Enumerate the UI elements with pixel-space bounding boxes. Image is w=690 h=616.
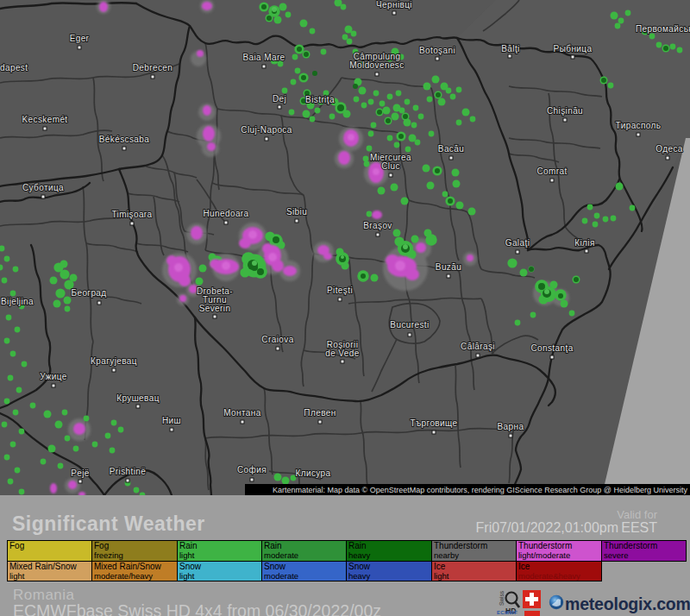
svg-text:Bijeljina: Bijeljina [1, 297, 34, 306]
svg-text:Ниш: Ниш [162, 416, 181, 425]
svg-text:Bistriţa: Bistriţa [305, 95, 335, 104]
svg-text:Pejë: Pejë [71, 468, 90, 478]
svg-text:Prishtinë: Prishtinë [110, 467, 147, 476]
svg-text:Варна: Варна [498, 422, 524, 431]
svg-text:Hunedoara: Hunedoara [203, 209, 248, 218]
svg-text:Craiova: Craiova [261, 335, 293, 344]
svg-text:Ужице: Ужице [40, 372, 67, 381]
svg-text:Кілія: Кілія [574, 238, 595, 248]
svg-text:Baia Mare: Baia Mare [242, 53, 285, 62]
svg-text:Comrat: Comrat [536, 167, 567, 176]
svg-text:Călăraşi: Călăraşi [461, 342, 495, 351]
svg-text:Sibiu: Sibiu [286, 207, 307, 217]
svg-text:Тирасполь: Тирасполь [616, 121, 662, 130]
svg-text:Kecskemét: Kecskemét [22, 115, 67, 124]
svg-text:Клисура: Клисура [295, 468, 330, 478]
svg-text:Bălţi: Bălţi [501, 44, 519, 53]
svg-text:Плевен: Плевен [304, 408, 336, 418]
svg-text:Chişinău: Chişinău [547, 106, 583, 116]
svg-text:Piteşti: Piteşti [327, 286, 353, 295]
svg-text:Botoşani: Botoşani [419, 46, 455, 55]
svg-text:Eger: Eger [70, 34, 90, 43]
svg-text:Суботица: Суботица [22, 183, 64, 192]
svg-text:Търговище: Търговище [410, 418, 457, 428]
svg-text:Dej: Dej [273, 94, 286, 104]
svg-text:Београд: Београд [71, 288, 106, 298]
svg-text:Severin: Severin [199, 304, 231, 313]
svg-text:Рыбница: Рыбница [554, 44, 593, 53]
svg-text:Крушевац: Крушевац [116, 393, 160, 403]
svg-text:Bucuresti: Bucuresti [390, 320, 429, 330]
svg-text:Timişoara: Timişoara [111, 210, 152, 219]
svg-text:Békéscsaba: Békéscsaba [99, 135, 150, 144]
svg-text:Galaţi: Galaţi [505, 238, 530, 248]
svg-text:Braşov: Braşov [363, 221, 392, 230]
svg-text:dapest: dapest [0, 63, 28, 72]
svg-text:Debrecen: Debrecen [133, 63, 173, 72]
svg-text:Cluc: Cluc [381, 161, 400, 171]
svg-text:София: София [237, 465, 267, 475]
svg-text:Одеса: Одеса [656, 144, 683, 154]
svg-text:Чернівці: Чернівці [376, 0, 412, 9]
svg-text:Kartenmaterial: Map data © Ope: Kartenmaterial: Map data © OpenStreetMap… [273, 486, 687, 494]
svg-text:Первомайськ: Первомайськ [636, 24, 690, 34]
svg-text:Крагујевац: Крагујевац [91, 356, 137, 366]
svg-text:Монтана: Монтана [223, 408, 260, 418]
svg-text:de Vede: de Vede [325, 349, 360, 358]
svg-text:Constanţa: Constanţa [530, 343, 573, 353]
svg-text:Bacău: Bacău [438, 144, 464, 154]
svg-text:Cluj-Napoca: Cluj-Napoca [241, 125, 292, 135]
svg-text:Buzău: Buzău [436, 262, 461, 272]
svg-text:Moldovenesc: Moldovenesc [349, 60, 404, 70]
